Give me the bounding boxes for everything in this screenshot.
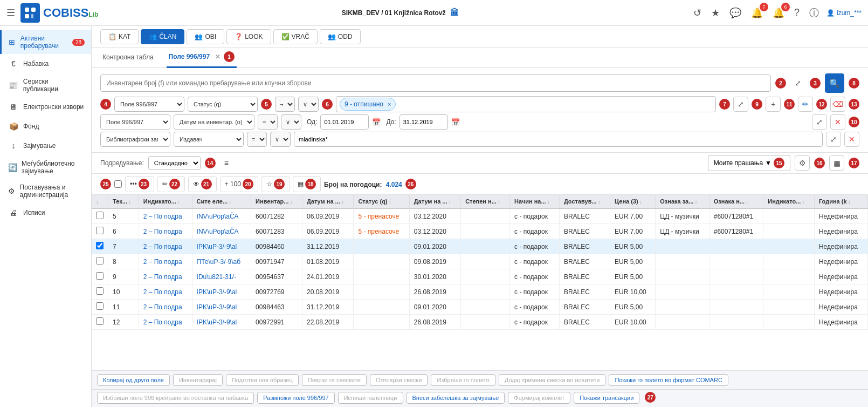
btn-razmnoži[interactable]: Размножи поле 996/997 [257,392,334,404]
table-cell[interactable]: INV\uPop\аČA [192,208,251,224]
chat-btn[interactable]: 💬 [727,5,743,21]
select-all-checkbox[interactable] [114,180,122,188]
row-checkbox[interactable] [96,287,104,295]
filter-condition-1[interactable]: Статус (q) [188,97,258,112]
btn-dodaj[interactable]: Додај примена свеска во новитети [499,374,606,386]
filter-field-2[interactable]: Поле 996/997 [100,114,170,130]
col-cena[interactable]: Цена (3) [610,195,656,208]
table-cell[interactable]: ПТе\uP-3/-9\аб [192,254,251,269]
table-cell[interactable]: 2 – По подра [139,315,192,330]
add-filter-btn[interactable]: + [766,97,781,112]
table-cell[interactable]: IPK\uP-3/-9\аl [192,284,251,300]
btn-otpovrzi[interactable]: Отповрзи свески [370,374,428,386]
table-cell[interactable]: IPK\uP-3/-9\аl [192,239,251,254]
tab-clan[interactable]: 👥 ČLAN [141,29,184,44]
view-btn[interactable]: 👁 21 [188,176,217,192]
filter-op2-2[interactable]: ∨ [281,114,301,130]
filter-field-1[interactable]: Поле 996/997 [114,97,184,112]
sidebar-item-fond[interactable]: 📦 Фонд [0,117,91,136]
notifications-btn[interactable]: 🔔7 [749,5,765,21]
col-oznaka-n[interactable]: Ознака н... [709,195,763,208]
expand-search-btn[interactable]: ⤢ [790,76,805,91]
col-godina[interactable]: Година (k [814,195,867,208]
filter-value-3[interactable] [294,132,823,147]
table-cell[interactable]: 2 – По подра [139,284,192,300]
row-checkbox[interactable] [96,257,104,264]
row-checkbox[interactable] [96,272,104,280]
expand-filter-1-btn[interactable]: ⤢ [733,97,748,112]
sidebar-item-ispisi[interactable]: 🖨 Исписи [0,203,91,222]
btn-povrzi[interactable]: Поврзи ги свеските [302,374,367,386]
btn-pokazi-transakcii[interactable]: Покажи трансакции [574,392,639,404]
filter-op-2[interactable]: = [258,114,278,130]
row-checkbox[interactable] [96,212,104,219]
delete-filter-2-btn[interactable]: ✕ [830,114,845,130]
btn-izbrisi-pole[interactable]: Избриши го полето [431,374,495,386]
search-button[interactable]: 🔍 [825,73,844,93]
col-stepen[interactable]: Степен н... [461,195,510,208]
date-from-input[interactable] [320,114,369,130]
col-status-datum[interactable]: Датум на ... [409,195,460,208]
table-cell[interactable]: 2 – По подра [139,224,192,239]
filter-condition-3[interactable]: Издавач [174,132,244,147]
filter-op2-3[interactable]: ∨ [270,132,291,147]
table-btn[interactable]: ▦ 18 [293,176,321,192]
sidebar-item-nabavka[interactable]: € Набавка [0,54,91,73]
filter-op-1[interactable]: ¬ = [275,97,295,112]
col-inv[interactable]: Инвентар... [251,195,302,208]
btn-pokazi-comarc[interactable]: Покажи го полето во формат COMARC [609,374,728,386]
sidebar-item-seriski[interactable]: 📰 Сериски публикации [0,73,91,97]
close-tab-pole[interactable]: ✕ [215,53,220,60]
btn-inventarirati[interactable]: Инвентарирај [173,374,223,386]
row-checkbox[interactable] [96,242,104,249]
col-nacin[interactable]: Начин на... [510,195,560,208]
favorites-btn[interactable]: ★ [709,5,722,21]
hamburger-icon[interactable]: ☰ [6,7,15,19]
tab-odd[interactable]: 👥 ODD [320,29,361,44]
more-actions-btn[interactable]: ••• 23 [125,176,154,192]
edit-btn[interactable]: ✏ 22 [157,176,185,192]
settings-queries-btn[interactable]: ⚙ [795,155,810,171]
filter-field-3[interactable]: Библиографски запис [100,132,170,147]
btn-ispisi-nalepnici[interactable]: Испиши налепници [338,392,403,404]
tab-pole[interactable]: Поле 996/997 ✕ 1 [167,47,237,68]
table-cell[interactable]: 2 – По подра [139,254,192,269]
sort-select[interactable]: Стандардно [148,156,201,170]
history-btn[interactable]: ↺ [691,5,704,21]
bell-btn[interactable]: 🔔6 [770,5,787,21]
col-indikato[interactable]: Индикато... [763,195,815,208]
col-site[interactable]: Сите еле... [192,195,251,208]
edit-filter-btn[interactable]: ✏ [798,97,813,112]
remove-tag-status[interactable]: × [388,101,391,107]
row-checkbox[interactable] [96,227,104,234]
sidebar-item-zajmuvanje[interactable]: ↕ Зајмување [0,136,91,155]
help-btn[interactable]: ? [792,5,802,21]
col-ind[interactable]: Индикато... [139,195,192,208]
tab-kat[interactable]: 📋 KAT [100,29,139,44]
row-checkbox[interactable] [96,317,104,325]
date-to-input[interactable] [399,114,448,130]
tab-obi[interactable]: 👥 OBI [187,29,224,44]
filter-op-3[interactable]: = [247,132,267,147]
clear-filter-btn[interactable]: ⌫ [830,97,845,112]
tab-look[interactable]: ❓ LOOK [226,29,271,44]
table-cell[interactable]: IPK\uP-3/-9\аl [192,315,251,330]
tab-vrac[interactable]: ✅ VRAČ [273,29,318,44]
col-tek[interactable]: Тек... [108,195,139,208]
sort-direction-btn[interactable]: ≡ [220,157,233,169]
calendar-to-btn[interactable]: 📅 [451,118,460,126]
row-checkbox[interactable] [96,302,104,310]
btn-podgotvi[interactable]: Подготви нов образец [226,374,299,386]
col-datum[interactable]: Датум на ... [302,195,354,208]
star-btn[interactable]: ☆ 19 [261,176,290,192]
table-cell[interactable]: IPK\uP-3/-9\аl [192,300,251,315]
btn-izbrisi-pole-nabavka[interactable]: Избриши поле 996 креирано во постапка на… [97,392,254,404]
expand-filter-3-btn[interactable]: ⤢ [826,132,841,147]
col-status[interactable]: Статус (q) [354,195,409,208]
table-cell[interactable]: 2 – По подра [139,269,192,284]
search-input[interactable] [100,74,771,92]
table-cell[interactable]: 2 – По подра [139,239,192,254]
table-cell[interactable]: 2 – По подра [139,300,192,315]
btn-formiraj[interactable]: Формирај комплет [508,392,570,404]
info-btn[interactable]: ⓘ [807,4,821,22]
